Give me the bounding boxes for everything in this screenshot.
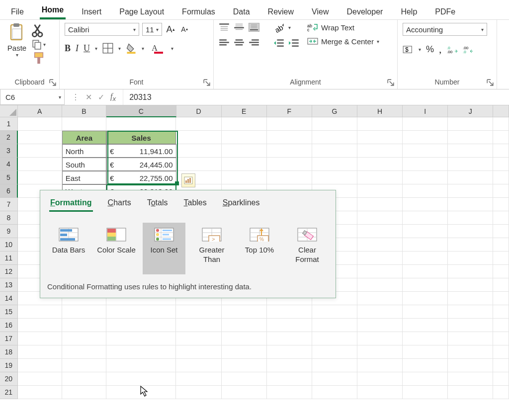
cell[interactable] [448, 158, 493, 171]
cell[interactable] [267, 319, 312, 332]
cell[interactable] [18, 345, 62, 359]
cell[interactable] [357, 332, 403, 345]
align-middle-icon[interactable] [234, 23, 245, 32]
cell[interactable] [357, 278, 403, 292]
fx-icon[interactable]: fx [110, 92, 116, 102]
cell[interactable] [493, 117, 509, 131]
format-painter-icon[interactable] [32, 53, 46, 64]
cell[interactable] [403, 265, 448, 278]
accounting-format-icon[interactable]: $ [403, 44, 414, 55]
cell[interactable] [493, 345, 509, 359]
italic-button[interactable]: I [76, 43, 79, 54]
cell[interactable] [312, 305, 357, 319]
cell[interactable] [176, 131, 221, 144]
underline-button[interactable]: U [84, 43, 90, 54]
cell[interactable] [403, 359, 448, 372]
cell[interactable] [403, 345, 448, 359]
cell[interactable] [448, 345, 493, 359]
cell[interactable] [18, 117, 62, 131]
cell[interactable] [222, 372, 267, 386]
cell[interactable] [18, 359, 62, 372]
cell[interactable] [357, 198, 403, 211]
col-header[interactable]: C [106, 105, 176, 117]
cell[interactable] [493, 171, 509, 184]
row-header[interactable]: 13 [0, 278, 18, 292]
cell[interactable] [357, 184, 403, 198]
comma-icon[interactable]: , [439, 43, 442, 56]
cell[interactable] [176, 319, 221, 332]
cell[interactable] [357, 238, 403, 252]
cell[interactable] [493, 252, 509, 265]
decrease-indent-icon[interactable] [273, 39, 284, 48]
cut-icon[interactable] [32, 25, 46, 36]
cell[interactable] [493, 238, 509, 252]
cell[interactable] [448, 225, 493, 238]
cell[interactable] [62, 386, 106, 399]
cell[interactable] [267, 345, 312, 359]
cell[interactable] [448, 252, 493, 265]
increase-decimal-icon[interactable]: .0.00 [447, 44, 458, 55]
cell[interactable] [18, 319, 62, 332]
cell[interactable] [403, 144, 448, 158]
cell[interactable] [357, 305, 403, 319]
cell[interactable] [222, 305, 267, 319]
cell[interactable] [493, 211, 509, 225]
cell[interactable] [222, 332, 267, 345]
cell[interactable] [448, 131, 493, 144]
cell[interactable] [493, 198, 509, 211]
cell[interactable] [448, 198, 493, 211]
cell[interactable] [493, 278, 509, 292]
cell[interactable] [448, 238, 493, 252]
row-header[interactable]: 4 [0, 158, 18, 171]
wrap-text-button[interactable]: abc Wrap Text [307, 23, 379, 32]
cell[interactable] [357, 211, 403, 225]
cell[interactable] [403, 386, 448, 399]
cell[interactable] [18, 372, 62, 386]
cell[interactable] [62, 372, 106, 386]
percent-icon[interactable]: % [426, 44, 434, 55]
col-header[interactable]: I [403, 105, 448, 117]
cell[interactable] [106, 117, 176, 131]
col-header[interactable]: J [448, 105, 493, 117]
name-box[interactable]: C6 ▾ [0, 89, 65, 105]
cell[interactable] [312, 359, 357, 372]
orientation-icon[interactable]: ab [273, 23, 284, 32]
row-header[interactable]: 19 [0, 359, 18, 372]
col-header[interactable] [493, 105, 509, 117]
row-header[interactable]: 1 [0, 117, 18, 131]
cell[interactable] [448, 332, 493, 345]
cell[interactable] [176, 386, 221, 399]
cell[interactable] [403, 225, 448, 238]
tab-formulas[interactable]: Formulas [180, 3, 217, 19]
cell[interactable] [493, 386, 509, 399]
cell[interactable] [222, 345, 267, 359]
cancel-icon[interactable]: ✕ [85, 92, 92, 102]
cell[interactable] [357, 265, 403, 278]
cell[interactable] [357, 252, 403, 265]
cell[interactable] [222, 319, 267, 332]
col-header[interactable]: F [267, 105, 312, 117]
align-center-icon[interactable] [234, 39, 245, 48]
paste-button[interactable]: Paste ▾ [5, 23, 29, 58]
chevron-down-icon[interactable]: ▾ [171, 46, 173, 51]
cell[interactable] [312, 319, 357, 332]
dialog-launcher-icon[interactable] [49, 79, 56, 86]
cell[interactable] [18, 131, 62, 144]
cell[interactable] [106, 332, 176, 345]
cell[interactable] [222, 144, 267, 158]
cell[interactable]: South [62, 158, 106, 171]
cell[interactable] [403, 292, 448, 305]
cell[interactable] [403, 372, 448, 386]
cell[interactable] [403, 278, 448, 292]
col-header[interactable]: B [62, 105, 106, 117]
cell[interactable] [448, 359, 493, 372]
cell[interactable]: €11,941.00 [106, 144, 176, 158]
qa-item-clear-format[interactable]: Clear Format [286, 223, 329, 274]
cell[interactable] [493, 158, 509, 171]
col-header[interactable]: A [18, 105, 62, 117]
cell[interactable] [403, 305, 448, 319]
row-header[interactable]: 14 [0, 292, 18, 305]
row-header[interactable]: 11 [0, 252, 18, 265]
cell[interactable] [106, 359, 176, 372]
cell[interactable] [357, 131, 403, 144]
